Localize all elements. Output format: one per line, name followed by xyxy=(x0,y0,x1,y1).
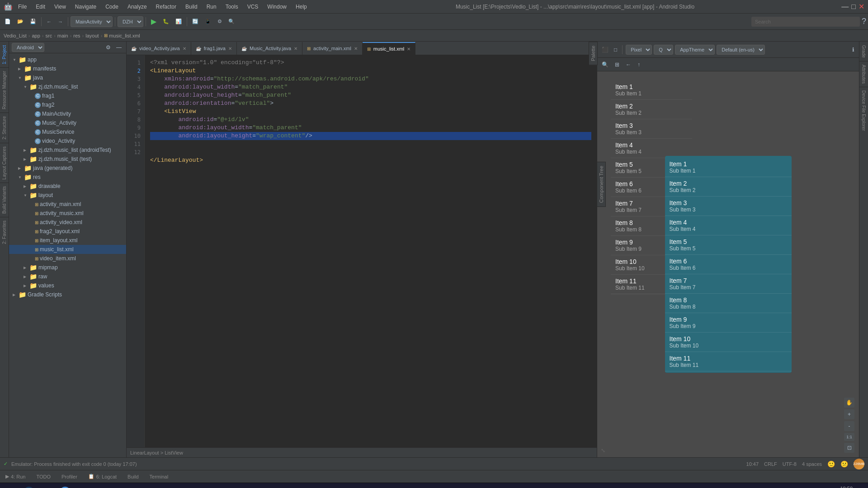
preview-grid-btn[interactable]: ⊞ xyxy=(613,61,621,69)
breadcrumb-vedio-list[interactable]: Vedio_List xyxy=(4,33,27,38)
tree-item-frag2-layout-xml[interactable]: ▶ ⊞ frag2_layout.xml xyxy=(9,227,126,236)
taskbar-studio-icon[interactable]: A xyxy=(58,485,72,488)
tree-item-main-activity[interactable]: ▶ C MainActivity xyxy=(9,109,126,118)
project-view-dropdown[interactable]: Android xyxy=(12,43,44,52)
menu-navigate[interactable]: Navigate xyxy=(73,3,98,11)
tab-music-list[interactable]: ⊞ music_list.xml ✕ xyxy=(363,42,415,55)
menu-run[interactable]: Run xyxy=(205,3,218,11)
sidebar-tab-layout-captures[interactable]: Layout Captures xyxy=(1,144,8,182)
sdk-manager-btn[interactable]: ⚙ xyxy=(215,16,225,28)
preview-left-arr-btn[interactable]: ← xyxy=(624,61,633,69)
breadcrumb-layout[interactable]: layout xyxy=(85,33,99,38)
palette-tab[interactable]: Palette xyxy=(589,42,598,65)
close-btn[interactable]: ✕ xyxy=(859,2,864,11)
preview-zoom-reset-btn[interactable]: 1:1 xyxy=(844,433,854,441)
menu-analyze[interactable]: Analyze xyxy=(126,3,149,11)
tree-item-pkg-main[interactable]: ▼ 📁 zj.dzh.music_list xyxy=(9,82,126,91)
save-btn[interactable]: 💾 xyxy=(27,16,39,28)
menu-build[interactable]: Build xyxy=(184,3,199,11)
breadcrumb-file[interactable]: ⊞ music_list.xml xyxy=(104,33,140,38)
sidebar-tab-device-file-explorer[interactable]: Device File Explorer xyxy=(860,88,867,133)
debug-btn[interactable]: 🐛 xyxy=(160,16,172,28)
bottom-tab-profiler[interactable]: Profiler xyxy=(60,473,79,480)
menu-tools[interactable]: Tools xyxy=(224,3,240,11)
device-dropdown[interactable]: Pixel xyxy=(626,45,652,55)
sidebar-tab-grade[interactable]: Grade xyxy=(860,42,867,61)
sdk-dropdown[interactable]: DZH xyxy=(118,16,143,27)
tree-item-activity-video-xml[interactable]: ▶ ⊞ activity_video.xml xyxy=(9,218,126,227)
main-activity-dropdown[interactable]: MainActivity xyxy=(71,16,113,27)
bottom-tab-logcat[interactable]: 📋 6: Logcat xyxy=(86,473,118,480)
menu-edit[interactable]: Edit xyxy=(34,3,47,11)
tree-item-video-activity[interactable]: ▶ C video_Activity xyxy=(9,136,126,145)
sidebar-tab-resource-manager[interactable]: Resource Manager xyxy=(1,68,8,112)
tab-video-activity[interactable]: ☕ video_Activity.java ✕ xyxy=(127,42,191,55)
preview-design-btn[interactable]: ⬛ xyxy=(600,46,610,54)
code-area[interactable]: <?xml version="1.0" encoding="utf-8"?> <… xyxy=(145,55,597,447)
tab-close-activity-main[interactable]: ✕ xyxy=(354,46,358,51)
tab-music-activity[interactable]: ☕ Music_Activity.java ✕ xyxy=(237,42,302,55)
tree-item-frag1[interactable]: ▶ C frag1 xyxy=(9,91,126,100)
tree-item-activity-main-xml[interactable]: ▶ ⊞ activity_main.xml xyxy=(9,200,126,209)
breadcrumb-src[interactable]: src xyxy=(45,33,52,38)
tab-close-video-activity[interactable]: ✕ xyxy=(183,46,186,51)
open-btn[interactable]: 📂 xyxy=(14,16,26,28)
preview-blueprint-btn[interactable]: □ xyxy=(612,46,619,54)
sidebar-tab-project[interactable]: 1: Project xyxy=(1,42,8,67)
tree-item-mipmap[interactable]: ▶ 📁 mipmap xyxy=(9,263,126,272)
taskbar-folder-icon[interactable]: 📁 xyxy=(40,485,54,488)
forward-btn[interactable]: → xyxy=(55,16,66,28)
tab-frag1[interactable]: ☕ frag1.java ✕ xyxy=(191,42,237,55)
bottom-tab-terminal[interactable]: Terminal xyxy=(148,473,170,480)
menu-refactor[interactable]: Refactor xyxy=(154,3,178,11)
locale-dropdown[interactable]: Default (en-us) xyxy=(717,45,765,55)
taskbar-search-icon[interactable]: 🔍 xyxy=(22,485,36,488)
preview-zoom-in-float-btn[interactable]: + xyxy=(844,409,854,419)
preview-hand-btn[interactable]: ✋ xyxy=(844,398,854,408)
tree-item-layout[interactable]: ▼ 📁 layout xyxy=(9,191,126,200)
run-btn[interactable]: ▶ xyxy=(148,16,159,28)
project-collapse-btn[interactable]: — xyxy=(114,43,123,52)
minimize-btn[interactable]: — xyxy=(841,3,849,11)
tree-item-item-layout-xml[interactable]: ▶ ⊞ item_layout.xml xyxy=(9,236,126,245)
preview-up-arr-btn[interactable]: ↑ xyxy=(636,61,642,69)
memory-indicator[interactable]: 226MB xyxy=(854,459,864,469)
tree-item-java-generated[interactable]: ▶ 📁 java (generated) xyxy=(9,164,126,173)
tree-item-video-item-xml[interactable]: ▶ ⊞ video_item.xml xyxy=(9,254,126,263)
tab-close-frag1[interactable]: ✕ xyxy=(228,46,232,51)
profile-btn[interactable]: 📊 xyxy=(173,16,184,28)
breadcrumb-main[interactable]: main xyxy=(57,33,68,38)
tree-item-music-service[interactable]: ▶ C MusicService xyxy=(9,127,126,136)
menu-vcs[interactable]: VCS xyxy=(245,3,260,11)
tree-item-raw[interactable]: ▶ 📁 raw xyxy=(9,272,126,281)
preview-fit-btn[interactable]: ⊡ xyxy=(844,443,854,453)
preview-zoom-in-btn[interactable]: 🔍 xyxy=(600,61,610,69)
menu-file[interactable]: File xyxy=(16,3,28,11)
tree-item-app[interactable]: ▼ 📁 app xyxy=(9,55,126,64)
tree-item-music-list-xml[interactable]: ▶ ⊞ music_list.xml xyxy=(9,245,126,254)
theme-dropdown[interactable]: AppTheme xyxy=(675,45,715,55)
tree-item-values[interactable]: ▶ 📁 values xyxy=(9,281,126,290)
taskbar-windows-icon[interactable] xyxy=(4,485,18,488)
tree-item-activity-music-xml[interactable]: ▶ ⊞ activity_music.xml xyxy=(9,209,126,218)
tree-item-gradle-scripts[interactable]: ▶ 📁 Gradle Scripts xyxy=(9,290,126,299)
maximize-btn[interactable]: □ xyxy=(851,3,856,11)
bottom-tab-build[interactable]: Build xyxy=(126,473,140,480)
sidebar-tab-build-variants[interactable]: Build Variants xyxy=(1,183,8,216)
tree-item-manifests[interactable]: ▶ 📁 manifests xyxy=(9,64,126,73)
preview-info-btn[interactable]: ℹ xyxy=(850,46,856,54)
breadcrumb-app[interactable]: app xyxy=(32,33,40,38)
sync-btn[interactable]: 🔄 xyxy=(189,16,201,28)
menu-help[interactable]: Help xyxy=(294,3,309,11)
tree-item-pkg-androidtest[interactable]: ▶ 📁 zj.dzh.music_list (androidTest) xyxy=(9,145,126,155)
search-everywhere-btn[interactable]: 🔍 xyxy=(226,16,237,28)
avd-btn[interactable]: 📱 xyxy=(202,16,214,28)
bottom-tab-run[interactable]: ▶ 4: Run xyxy=(4,473,27,480)
tree-item-music-activity[interactable]: ▶ C Music_Activity xyxy=(9,118,126,127)
tree-item-drawable[interactable]: ▶ 📁 drawable xyxy=(9,182,126,191)
tree-item-res[interactable]: ▼ 📁 res xyxy=(9,173,126,182)
tree-item-frag2[interactable]: ▶ C frag2 xyxy=(9,100,126,109)
tab-close-music-activity[interactable]: ✕ xyxy=(294,46,297,51)
resize-handle[interactable]: ⤡ xyxy=(601,447,605,454)
breadcrumb-res[interactable]: res xyxy=(73,33,80,38)
